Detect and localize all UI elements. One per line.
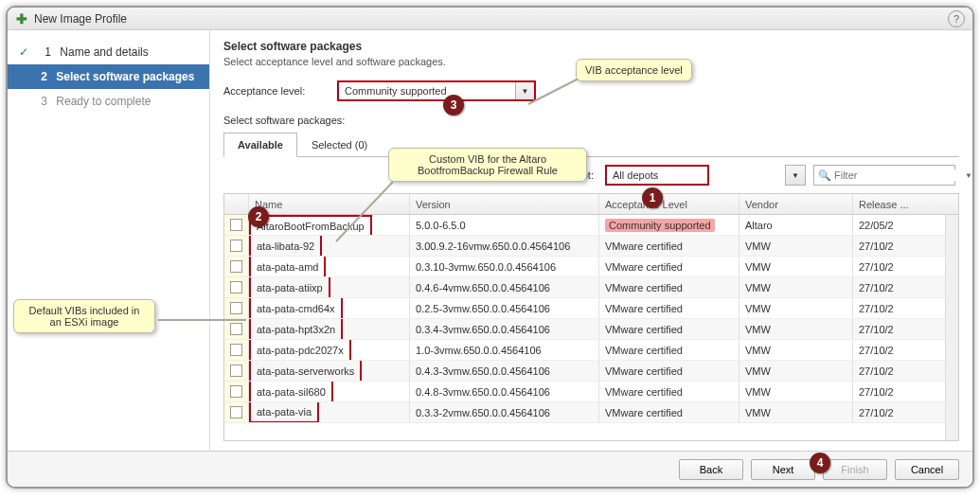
step-select-software-packages[interactable]: 2 Select software packages: [8, 64, 209, 89]
cancel-button[interactable]: Cancel: [895, 459, 959, 480]
acceptance-community-badge: Community supported: [605, 219, 715, 232]
filter-input[interactable]: [834, 169, 965, 181]
callout-default-vibs: Default VIBs included in an ESXi image: [13, 299, 155, 333]
cell-version: 0.4.3-3vmw.650.0.0.4564106: [410, 361, 599, 381]
step-number: 3: [32, 95, 47, 108]
table-row[interactable]: ata-pata-pdc2027x1.0-3vmw.650.0.0.456410…: [224, 340, 958, 361]
callout-arrow: [156, 311, 251, 329]
cell-version: 0.3.4-3vmw.650.0.0.4564106: [410, 319, 599, 339]
col-version[interactable]: Version: [410, 194, 599, 214]
row-checkbox[interactable]: [230, 365, 242, 377]
row-checkbox-cell: [224, 361, 249, 381]
table-row[interactable]: ata-pata-sil6800.4.8-3vmw.650.0.0.456410…: [224, 382, 958, 402]
cell-version: 0.3.10-3vmw.650.0.0.4564106: [410, 257, 599, 276]
col-checkbox: [224, 194, 249, 214]
filter-input-wrap[interactable]: 🔍 ▼: [813, 165, 955, 186]
cell-name: ata-pata-amd: [249, 257, 410, 276]
cell-vendor: VMW: [739, 298, 853, 318]
cell-acceptance: VMware certified: [599, 319, 739, 339]
tab-available[interactable]: Available: [223, 133, 297, 157]
row-checkbox-cell: [224, 382, 249, 401]
table-row[interactable]: ata-pata-serverworks0.4.3-3vmw.650.0.0.4…: [224, 361, 958, 382]
col-release[interactable]: Release ...: [853, 194, 910, 214]
next-button[interactable]: Next: [751, 459, 815, 480]
software-depot-dropdown-arrow[interactable]: ▼: [785, 165, 806, 186]
finish-button[interactable]: Finish: [823, 459, 887, 480]
select-packages-label: Select software packages:: [223, 115, 959, 126]
svg-line-0: [528, 78, 580, 104]
acceptance-level-value: Community supported: [339, 85, 515, 97]
cell-release: 27/10/2: [853, 402, 910, 422]
row-checkbox[interactable]: [230, 344, 242, 356]
cell-release: 27/10/2: [853, 277, 910, 297]
cell-vendor: Altaro: [739, 215, 853, 235]
cell-release: 27/10/2: [853, 382, 910, 401]
row-checkbox[interactable]: [230, 219, 242, 231]
col-vendor[interactable]: Vendor: [739, 194, 853, 214]
cell-release: 22/05/2: [853, 215, 910, 235]
plus-icon: ✚: [15, 12, 28, 26]
table-row[interactable]: ata-pata-atiixp0.4.6-4vmw.650.0.0.456410…: [224, 277, 958, 298]
window-title: New Image Profile: [34, 12, 948, 26]
search-icon: 🔍: [818, 169, 831, 182]
col-acceptance[interactable]: Acceptance Level: [599, 194, 739, 214]
table-row[interactable]: ata-pata-amd0.3.10-3vmw.650.0.0.4564106V…: [224, 257, 958, 277]
cell-version: 0.4.8-3vmw.650.0.0.4564106: [410, 382, 599, 401]
step-label: Ready to complete: [56, 95, 151, 108]
annotation-badge-2: 2: [248, 206, 269, 227]
cell-vendor: VMW: [739, 340, 853, 360]
checkmark-icon: ✓: [19, 45, 32, 59]
cell-version: 0.4.6-4vmw.650.0.0.4564106: [410, 277, 599, 297]
cell-release: 27/10/2: [853, 257, 910, 276]
back-button[interactable]: Back: [679, 459, 743, 480]
cell-acceptance: VMware certified: [599, 382, 739, 401]
cell-acceptance: VMware certified: [599, 340, 739, 360]
table-row[interactable]: ata-pata-via0.3.3-2vmw.650.0.0.4564106VM…: [224, 402, 958, 423]
step-label: Name and details: [60, 45, 148, 59]
software-depot-select[interactable]: All depots: [605, 165, 709, 186]
row-checkbox[interactable]: [230, 240, 242, 252]
cell-acceptance: VMware certified: [599, 236, 739, 256]
cell-vendor: VMW: [739, 257, 853, 276]
chevron-down-icon: ▼: [792, 171, 799, 180]
main-panel: Select software packages Select acceptan…: [210, 30, 972, 451]
cell-name: ata-pata-pdc2027x: [249, 340, 410, 360]
table-row[interactable]: ata-pata-hpt3x2n0.3.4-3vmw.650.0.0.45641…: [224, 319, 958, 340]
tab-selected[interactable]: Selected (0): [297, 133, 382, 157]
package-tabs: Available Selected (0): [223, 132, 959, 157]
row-checkbox[interactable]: [230, 406, 242, 418]
step-ready-to-complete[interactable]: 3 Ready to complete: [8, 89, 209, 114]
help-icon[interactable]: ?: [948, 10, 965, 27]
vertical-scrollbar[interactable]: [945, 215, 958, 440]
cell-vendor: VMW: [739, 402, 853, 422]
cell-name: ata-pata-via: [249, 402, 410, 422]
row-checkbox[interactable]: [230, 260, 242, 273]
callout-custom-vib: Custom VIB for the Altaro BootfromBackup…: [388, 148, 587, 182]
step-name-and-details[interactable]: ✓ 1 Name and details: [8, 40, 209, 64]
cell-vendor: VMW: [739, 382, 853, 401]
titlebar: ✚ New Image Profile ?: [8, 8, 972, 30]
acceptance-level-select[interactable]: Community supported ▼: [337, 80, 536, 101]
cell-vendor: VMW: [739, 236, 853, 256]
cell-release: 27/10/2: [853, 340, 910, 360]
cell-release: 27/10/2: [853, 298, 910, 318]
cell-release: 27/10/2: [853, 361, 910, 381]
row-checkbox-cell: [224, 277, 249, 297]
callout-arrow: [331, 180, 398, 246]
cell-vendor: VMW: [739, 319, 853, 339]
callout-vib-acceptance: VIB acceptance level: [576, 59, 692, 81]
cell-version: 0.2.5-3vmw.650.0.0.4564106: [410, 298, 599, 318]
cell-release: 27/10/2: [853, 236, 910, 256]
cell-vendor: VMW: [739, 277, 853, 297]
step-label: Select software packages: [56, 70, 194, 83]
cell-name: ata-pata-atiixp: [249, 277, 410, 297]
row-checkbox[interactable]: [230, 385, 242, 398]
cell-version: 5.0.0-6.5.0: [410, 215, 599, 235]
cell-acceptance: VMware certified: [599, 402, 739, 422]
table-row[interactable]: ata-pata-cmd64x0.2.5-3vmw.650.0.0.456410…: [224, 298, 958, 319]
software-depot-value: All depots: [607, 169, 664, 181]
wizard-window: ✚ New Image Profile ? ✓ 1 Name and detai…: [6, 6, 974, 489]
cell-release: 27/10/2: [853, 319, 910, 339]
row-checkbox[interactable]: [230, 281, 242, 293]
cell-acceptance: VMware certified: [599, 277, 739, 297]
